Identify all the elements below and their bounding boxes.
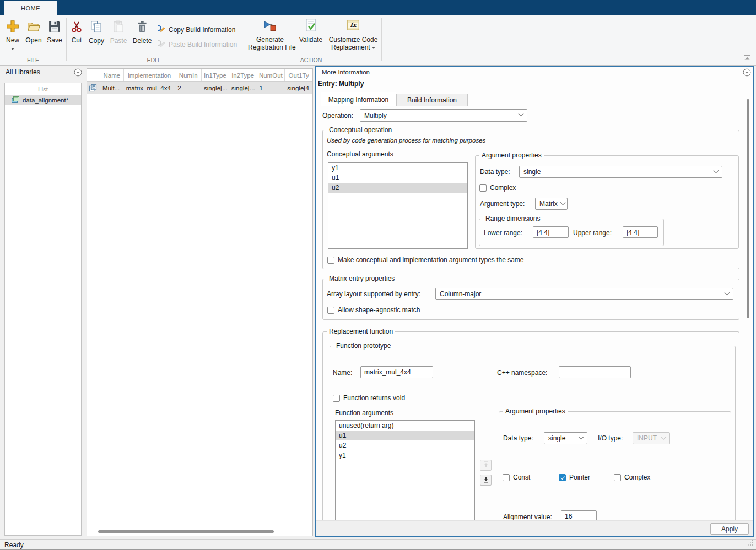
code-replacement-tool-window: HOME FILE EDIT ACTION New Open Save Cut … xyxy=(0,0,756,550)
chevron-down-icon xyxy=(714,167,719,173)
pointer-checkbox[interactable] xyxy=(559,474,566,481)
replacement-function-group: Replacement function Function prototype … xyxy=(322,331,739,536)
impl-data-type-dropdown[interactable]: single xyxy=(544,432,587,444)
const-checkbox-row[interactable]: Const xyxy=(503,473,530,481)
libraries-list-header: List xyxy=(5,83,81,92)
open-button[interactable]: Open xyxy=(24,19,44,44)
conceptual-operation-group: Conceptual operation Used by code genera… xyxy=(322,130,739,269)
new-dropdown-caret xyxy=(11,48,14,50)
customize-dropdown-caret xyxy=(372,47,375,49)
cut-button[interactable]: Cut xyxy=(68,20,85,44)
new-button[interactable]: New xyxy=(3,19,23,52)
argument-type-dropdown[interactable]: Matrix xyxy=(535,198,568,210)
chevron-down-icon xyxy=(579,434,584,439)
collapse-ribbon-icon[interactable] xyxy=(743,55,752,63)
returns-void-checkbox[interactable] xyxy=(333,395,340,402)
column-header-out1type[interactable]: Out1Ty xyxy=(285,69,312,81)
shape-agnostic-checkbox[interactable] xyxy=(327,307,334,314)
table-row-multiply-entry[interactable]: Mult... matrix_mul_4x4 2 single[... sing… xyxy=(87,82,312,94)
io-type-label: I/O type: xyxy=(598,434,623,442)
function-name-input[interactable]: matrix_mul_4x4 xyxy=(360,366,433,378)
column-header-in1type[interactable]: In1Type xyxy=(202,69,229,81)
column-header-numin[interactable]: NumIn xyxy=(175,69,202,81)
library-item-data-alignment[interactable]: data_alignment* xyxy=(5,95,81,105)
move-argument-up-button xyxy=(480,460,492,471)
column-header-implementation[interactable]: Implementation xyxy=(124,69,176,81)
chevron-down-icon xyxy=(725,290,730,295)
apply-bar: Apply xyxy=(316,520,753,536)
complex-checkbox[interactable] xyxy=(479,184,487,192)
icon-column-header xyxy=(87,69,100,81)
list-item-u1[interactable]: u1 xyxy=(328,173,467,183)
list-item-u2[interactable]: u2 xyxy=(336,440,474,450)
table-horizontal-scrollbar[interactable] xyxy=(98,530,274,533)
column-header-name[interactable]: Name xyxy=(100,69,124,81)
chevron-down-icon xyxy=(661,434,667,439)
list-item-y1[interactable]: y1 xyxy=(336,450,474,460)
array-layout-dropdown[interactable]: Column-major xyxy=(435,288,733,300)
complex-impl-checkbox-row[interactable]: Complex xyxy=(614,473,650,481)
column-header-numout[interactable]: NumOut xyxy=(257,69,285,81)
data-type-label: Data type: xyxy=(480,168,510,176)
lower-range-input[interactable]: [4 4] xyxy=(533,226,569,238)
generate-registration-file-button[interactable]: Generate Registration File xyxy=(248,18,292,51)
generate-registration-icon xyxy=(262,27,278,35)
returns-void-checkbox-row[interactable]: Function returns void xyxy=(333,394,405,402)
section-divider xyxy=(66,18,67,61)
tab-home[interactable]: HOME xyxy=(4,1,57,15)
libraries-list: List data_alignment* xyxy=(4,83,82,536)
open-folder-icon xyxy=(26,28,41,35)
title-bar: HOME xyxy=(0,0,756,15)
collapse-libraries-icon[interactable] xyxy=(74,68,82,78)
section-divider xyxy=(241,18,241,61)
resize-grip[interactable] xyxy=(747,540,754,548)
status-bar: Ready xyxy=(0,539,756,550)
alignment-value-label: Alignment value: xyxy=(503,513,552,521)
list-item-unused-return-arg[interactable]: unused(return arg) xyxy=(336,421,474,431)
copy-build-information-button[interactable]: Copy Build Information xyxy=(156,24,235,35)
list-item-u1[interactable]: u1 xyxy=(336,431,474,440)
make-same-checkbox[interactable] xyxy=(327,257,334,264)
list-item-y1[interactable]: y1 xyxy=(328,163,467,173)
implementation-argument-properties-group: Argument properties Data type: single I/… xyxy=(499,411,731,530)
panel-scrollbar-thumb[interactable] xyxy=(747,99,749,318)
shape-agnostic-checkbox-row[interactable]: Allow shape-agnostic match xyxy=(327,306,420,314)
function-arguments-list[interactable]: unused(return arg) u1 u2 y1 xyxy=(335,420,475,530)
apply-button[interactable]: Apply xyxy=(710,523,749,535)
function-name-label: Name: xyxy=(333,369,352,377)
pointer-checkbox-row[interactable]: Pointer xyxy=(559,473,590,481)
upper-range-label: Upper range: xyxy=(573,229,612,237)
operation-dropdown[interactable]: Multiply xyxy=(360,109,527,122)
cpp-namespace-input[interactable] xyxy=(559,366,631,378)
validate-check-icon xyxy=(303,27,318,35)
customize-code-replacement-button[interactable]: fx Customize Code Replacement xyxy=(328,18,379,51)
copy-button[interactable]: Copy xyxy=(87,20,106,45)
tab-mapping-information[interactable]: Mapping Information xyxy=(321,92,396,106)
data-type-dropdown[interactable]: single xyxy=(519,166,722,178)
column-header-in2type[interactable]: In2Type xyxy=(229,69,257,81)
copy-pages-icon xyxy=(89,28,104,36)
action-section-label: ACTION xyxy=(241,57,381,63)
paste-build-icon xyxy=(156,39,166,50)
io-type-dropdown: INPUT xyxy=(633,432,670,444)
tab-build-information[interactable]: Build Information xyxy=(396,94,468,106)
complex-checkbox-row[interactable]: Complex xyxy=(479,184,516,192)
conceptual-arguments-list[interactable]: y1 u1 u2 xyxy=(328,162,468,249)
paste-clipboard-icon xyxy=(111,28,126,36)
operation-label: Operation: xyxy=(322,112,353,119)
make-same-checkbox-row[interactable]: Make conceptual and implementation argum… xyxy=(327,256,524,264)
move-argument-down-button[interactable] xyxy=(480,475,492,486)
complex-impl-checkbox[interactable] xyxy=(614,474,621,481)
delete-button[interactable]: Delete xyxy=(131,20,153,45)
list-item-u2[interactable]: u2 xyxy=(328,183,467,193)
file-section-label: FILE xyxy=(0,57,66,63)
function-prototype-group: Function prototype Name: matrix_mul_4x4 … xyxy=(330,346,736,536)
move-up-icon xyxy=(482,461,490,470)
save-button[interactable]: Save xyxy=(46,19,63,44)
cut-scissors-icon xyxy=(70,28,83,35)
library-icon xyxy=(11,95,20,105)
validate-button[interactable]: Validate xyxy=(296,18,326,43)
upper-range-input[interactable]: [4 4] xyxy=(623,226,658,238)
const-checkbox[interactable] xyxy=(503,474,510,481)
matrix-entry-properties-group: Matrix entry properties Array layout sup… xyxy=(322,279,739,320)
